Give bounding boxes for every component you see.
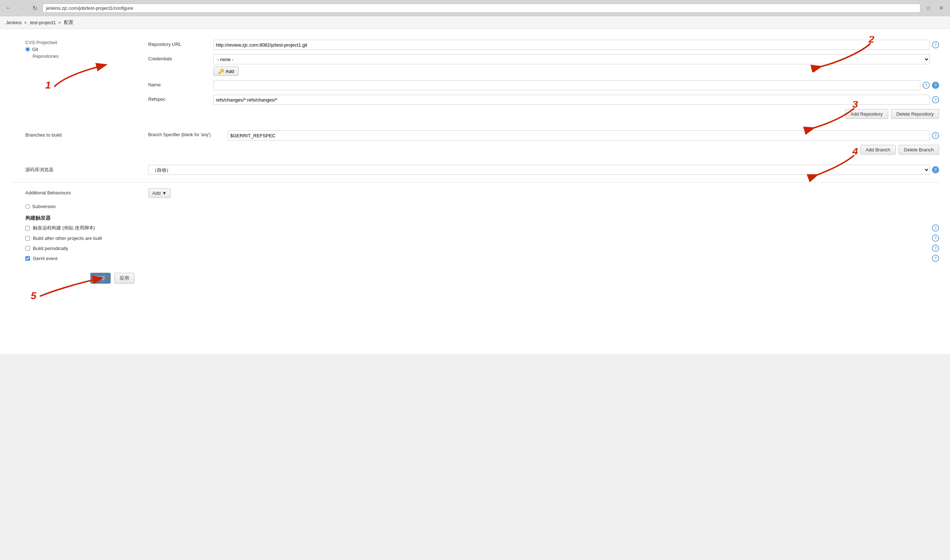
trigger4-item[interactable]: Gerrit event bbox=[25, 256, 57, 261]
branch-specifier-help[interactable]: ? bbox=[932, 132, 939, 139]
reload-button[interactable]: ↻ bbox=[30, 3, 40, 13]
scm-right: Repository URL ? Credentials - none - bbox=[148, 40, 939, 125]
name-row: Name ? ? bbox=[148, 80, 939, 90]
name-input[interactable] bbox=[213, 80, 920, 90]
name-label: Name bbox=[148, 80, 213, 88]
trigger2-label: Build after other projects are built bbox=[33, 235, 102, 241]
trigger1-help[interactable]: ? bbox=[932, 225, 939, 232]
trigger1-label: 触发远程构建 (例如,使用脚本) bbox=[33, 225, 95, 231]
trigger3-item[interactable]: Build periodically bbox=[25, 246, 68, 251]
credentials-label: Credentials bbox=[148, 54, 213, 62]
source-browser-select[interactable]: （自动） bbox=[148, 165, 930, 175]
url-text: jenkins.zjc.com/job/test-project1/config… bbox=[46, 5, 917, 11]
subversion-label: Subversion bbox=[32, 204, 56, 209]
save-button[interactable]: 保存 bbox=[90, 273, 111, 284]
cvs-label: CVS Projectset bbox=[25, 40, 57, 45]
save-row: 保存 应用 bbox=[11, 273, 939, 284]
trigger2-help[interactable]: ? bbox=[932, 234, 939, 242]
breadcrumb-config: 配置 bbox=[64, 19, 73, 26]
scm-git-item[interactable]: Git bbox=[25, 47, 148, 52]
dropdown-arrow-icon: ▼ bbox=[162, 191, 167, 196]
credentials-row: Credentials - none - 🔑 Add bbox=[148, 54, 939, 76]
trigger2-item[interactable]: Build after other projects are built bbox=[25, 235, 102, 241]
trigger4-label: Gerrit event bbox=[33, 256, 57, 261]
build-triggers-title: 构建触发器 bbox=[25, 215, 939, 222]
add-branch-button[interactable]: Add Branch bbox=[861, 145, 896, 155]
source-browser-row: 源码库浏览器 （自动） ? bbox=[11, 165, 939, 175]
menu-button[interactable]: ≡ bbox=[936, 3, 946, 13]
trigger4-help[interactable]: ? bbox=[932, 255, 939, 262]
delete-branch-button[interactable]: Delete Branch bbox=[899, 145, 939, 155]
key-icon: 🔑 bbox=[218, 68, 224, 74]
address-bar: jenkins.zjc.com/job/test-project1/config… bbox=[43, 4, 920, 13]
trigger2-row: Build after other projects are built ? bbox=[25, 234, 939, 242]
repos-label: Repositories bbox=[32, 54, 59, 59]
trigger3-row: Build periodically ? bbox=[25, 245, 939, 252]
trigger4-row: Gerrit event ? bbox=[25, 255, 939, 262]
refspec-control: ? bbox=[213, 95, 939, 105]
trigger3-label: Build periodically bbox=[33, 246, 68, 251]
back-button[interactable]: ← bbox=[4, 3, 14, 13]
source-browser-label: 源码库浏览器 bbox=[11, 165, 148, 173]
source-browser-control: （自动） ? bbox=[148, 165, 939, 175]
add-behaviour-button[interactable]: Add ▼ bbox=[148, 188, 171, 198]
main-content: CVS Projectset Git Repositories Reposito… bbox=[0, 29, 950, 354]
branch-specifier-label: Branch Specifier (blank for 'any') bbox=[148, 131, 228, 137]
branches-section: Branches to build Branch Specifier (blan… bbox=[11, 131, 939, 160]
additional-behaviours-label: Additional Behaviours bbox=[11, 188, 148, 195]
scm-section: CVS Projectset Git Repositories Reposito… bbox=[11, 36, 939, 125]
credentials-select[interactable]: - none - bbox=[213, 54, 930, 64]
refspec-help[interactable]: ? bbox=[932, 96, 939, 103]
refspec-label: Refspec bbox=[148, 95, 213, 102]
bookmark-button[interactable]: ☆ bbox=[923, 3, 933, 13]
branch-buttons-row: Add Branch Delete Branch bbox=[148, 145, 939, 155]
browser-chrome: ← → ↻ jenkins.zjc.com/job/test-project1/… bbox=[0, 0, 950, 16]
source-browser-help[interactable]: ? bbox=[932, 166, 939, 174]
trigger3-help[interactable]: ? bbox=[932, 245, 939, 252]
breadcrumb-sep-1: ► bbox=[24, 20, 28, 25]
subversion-item[interactable]: Subversion bbox=[25, 204, 939, 209]
trigger1-checkbox[interactable] bbox=[25, 226, 30, 231]
delete-repository-button[interactable]: Delete Repository bbox=[891, 109, 939, 119]
breadcrumb-jenkins[interactable]: Jenkins bbox=[6, 20, 22, 25]
repo-url-row: Repository URL ? bbox=[148, 40, 939, 50]
browser-toolbar: ← → ↻ jenkins.zjc.com/job/test-project1/… bbox=[0, 0, 950, 16]
additional-behaviours-row: Additional Behaviours Add ▼ bbox=[11, 188, 939, 198]
credentials-control: - none - 🔑 Add bbox=[213, 54, 939, 76]
branch-specifier-row: Branch Specifier (blank for 'any') ? bbox=[148, 131, 939, 140]
trigger4-checkbox[interactable] bbox=[25, 256, 30, 261]
name-help[interactable]: ? bbox=[922, 82, 930, 89]
apply-button[interactable]: 应用 bbox=[114, 273, 134, 284]
add-repository-button[interactable]: Add Repository bbox=[845, 109, 888, 119]
branch-specifier-input[interactable] bbox=[228, 131, 930, 140]
git-radio[interactable] bbox=[25, 47, 30, 52]
scm-cvs-item: CVS Projectset bbox=[25, 40, 148, 45]
breadcrumb-project[interactable]: test-project1 bbox=[30, 20, 56, 25]
refspec-input[interactable] bbox=[213, 95, 930, 105]
trigger2-checkbox[interactable] bbox=[25, 236, 30, 241]
repo-url-help[interactable]: ? bbox=[932, 41, 939, 48]
scm-left: CVS Projectset Git Repositories bbox=[11, 40, 148, 59]
repo-buttons-row: Add Repository Delete Repository bbox=[148, 109, 939, 119]
repo-url-control: ? bbox=[213, 40, 939, 50]
add-behaviour-label: Add bbox=[152, 191, 160, 196]
add-credential-label: Add bbox=[225, 69, 234, 74]
breadcrumb: Jenkins ► test-project1 ► 配置 bbox=[0, 16, 950, 29]
scm-repos-item: Repositories bbox=[25, 54, 148, 59]
subversion-radio[interactable] bbox=[25, 204, 30, 209]
trigger-checkboxes: 触发远程构建 (例如,使用脚本) ? Build after other pro… bbox=[25, 225, 939, 262]
repo-url-input[interactable] bbox=[213, 40, 930, 50]
refspec-row: Refspec ? bbox=[148, 95, 939, 105]
branches-content: Branch Specifier (blank for 'any') ? Add… bbox=[148, 131, 939, 160]
trigger3-checkbox[interactable] bbox=[25, 246, 30, 251]
add-credential-button[interactable]: 🔑 Add bbox=[213, 66, 239, 76]
trigger1-item[interactable]: 触发远程构建 (例如,使用脚本) bbox=[25, 225, 95, 231]
repo-url-label: Repository URL bbox=[148, 40, 213, 47]
branches-label: Branches to build bbox=[11, 131, 148, 138]
build-triggers-section: 构建触发器 触发远程构建 (例如,使用脚本) ? Build after oth… bbox=[25, 215, 939, 262]
name-help2[interactable]: ? bbox=[932, 82, 939, 89]
scm-radio-group: CVS Projectset Git Repositories bbox=[25, 40, 148, 59]
forward-button[interactable]: → bbox=[17, 3, 27, 13]
branch-specifier-control: ? bbox=[228, 131, 939, 140]
name-control: ? ? bbox=[213, 80, 939, 90]
